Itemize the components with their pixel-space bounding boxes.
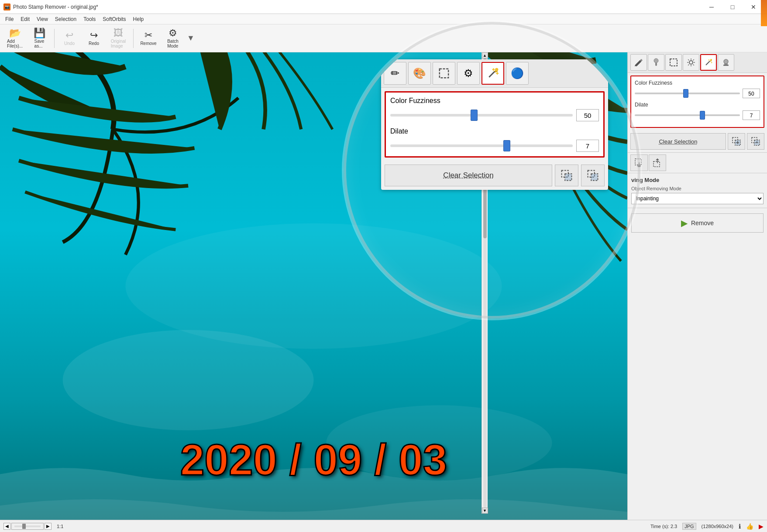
rect-select-icon <box>669 58 678 67</box>
color-fuzziness-thumb[interactable] <box>683 89 688 98</box>
menu-item-edit[interactable]: Edit <box>17 15 33 23</box>
svg-rect-17 <box>723 65 729 66</box>
remove-button[interactable]: ✂ Remove <box>137 27 160 50</box>
svg-rect-26 <box>653 161 660 167</box>
undo-label: Undo <box>64 41 75 46</box>
load-selection-button[interactable] <box>649 154 666 171</box>
canvas-image: 2020 / 09 / 03 ▲ ▼ <box>0 52 627 520</box>
rect-select-button[interactable] <box>665 54 682 71</box>
svg-rect-6 <box>670 59 677 66</box>
menu-item-selection[interactable]: Selection <box>52 15 80 23</box>
menu-item-view[interactable]: View <box>33 15 52 23</box>
menu-item-help[interactable]: Help <box>130 15 148 23</box>
color-fuzziness-track[interactable] <box>635 93 740 94</box>
add-files-label: AddFile(s)... <box>7 39 23 48</box>
vertical-scrollbar[interactable]: ▲ ▼ <box>482 52 488 514</box>
tool-icons-row <box>628 52 767 73</box>
stamp-icon <box>721 58 731 67</box>
menu-item-file[interactable]: File <box>2 15 17 23</box>
redo-button[interactable]: ↪ Redo <box>83 27 105 50</box>
subtract-selection-icon <box>751 137 760 146</box>
undo-button[interactable]: ↩ Undo <box>58 27 81 50</box>
color-fuzziness-value[interactable]: 50 <box>743 89 760 98</box>
object-removing-mode-label: Object Removing Mode <box>631 186 764 191</box>
format-label: JPG <box>682 523 696 530</box>
svg-point-3 <box>125 223 502 349</box>
redo-icon: ↪ <box>90 31 98 40</box>
add-files-icon: 📂 <box>9 28 21 38</box>
svg-point-15 <box>724 59 728 64</box>
info-icon[interactable]: ℹ <box>739 523 741 530</box>
batch-mode-button[interactable]: ⚙ BatchMode <box>162 27 184 50</box>
remove-icon: ✂ <box>144 31 152 40</box>
window-controls: ─ □ ✕ <box>702 0 764 14</box>
dilate-track[interactable] <box>635 114 740 116</box>
youtube-icon[interactable]: ▶ <box>759 523 764 530</box>
original-image-button[interactable]: 🖼 OriginalImage <box>107 27 130 50</box>
maximize-button[interactable]: □ <box>722 0 743 14</box>
vscroll-down-button[interactable]: ▼ <box>482 508 488 514</box>
zoom-out-button[interactable]: ◀ <box>3 523 10 530</box>
vscroll-up-button[interactable]: ▲ <box>482 52 488 58</box>
removing-mode-dropdown[interactable]: Inpainting Content-Aware Fill Clone Stam… <box>631 193 764 204</box>
removing-mode-title: ving Mode <box>631 177 764 183</box>
canvas-area[interactable]: 2020 / 09 / 03 ▲ ▼ ◀ ▶ <box>0 52 627 520</box>
time-label: Time (s): 2.3 <box>650 524 677 529</box>
color-fuzziness-label: Color Fuzziness <box>635 80 760 86</box>
add-selection-icon <box>732 137 741 146</box>
add-files-button[interactable]: 📂 AddFile(s)... <box>3 27 26 50</box>
remove-button-icon: ▶ <box>681 218 688 228</box>
dilate-thumb[interactable] <box>700 111 705 120</box>
save-as-label: Saveas... <box>34 39 45 48</box>
settings-icon <box>686 58 696 67</box>
original-image-icon: 🖼 <box>114 28 123 38</box>
minimize-button[interactable]: ─ <box>702 0 722 14</box>
clear-selection-button[interactable]: Clear Selection <box>630 133 726 150</box>
toolbar: 📂 AddFile(s)... 💾 Saveas... ↩ Undo ↪ Red… <box>0 24 767 52</box>
extra-tools-row <box>628 153 767 173</box>
svg-point-7 <box>689 61 693 64</box>
title-left: 📷 Photo Stamp Remover - original.jpg* <box>3 3 98 10</box>
magic-wand-button[interactable] <box>700 54 717 71</box>
vscroll-thumb[interactable] <box>483 58 487 238</box>
subtract-from-selection-button[interactable] <box>747 133 764 150</box>
zoom-in-button[interactable]: ▶ <box>45 523 52 530</box>
save-as-button[interactable]: 💾 Saveas... <box>28 27 51 50</box>
vscroll-track <box>483 58 487 508</box>
removing-mode-section: ving Mode Object Removing Mode Inpaintin… <box>628 173 767 208</box>
dropdown-row: Inpainting Content-Aware Fill Clone Stam… <box>631 193 764 204</box>
dimensions-label: (1280x960x24) <box>702 524 733 529</box>
pencil-tool-button[interactable] <box>630 54 647 71</box>
right-panel: Color Fuzziness 50 Dilate 7 Clear Select… <box>627 52 767 520</box>
fuzziness-panel: Color Fuzziness 50 Dilate 7 <box>630 76 764 128</box>
stamp-tool-button[interactable] <box>718 54 734 71</box>
svg-point-10 <box>710 59 712 61</box>
status-bar: ◀ ▶ 1:1 Time (s): 2.3 JPG (1280x960x24) … <box>0 520 767 532</box>
svg-point-4 <box>654 58 658 63</box>
svg-rect-5 <box>655 62 657 66</box>
pencil-icon <box>634 58 643 67</box>
add-to-selection-button[interactable] <box>728 133 745 150</box>
date-stamp: 2020 / 09 / 03 <box>180 435 447 485</box>
settings-tool-button[interactable] <box>683 54 699 71</box>
remove-label: Remove <box>140 41 156 46</box>
original-image-label: OriginalImage <box>111 39 126 48</box>
toolbar-more-button[interactable]: ▼ <box>187 34 195 43</box>
zoom-track <box>11 523 44 530</box>
batch-mode-icon: ⚙ <box>169 28 177 38</box>
dilate-value[interactable]: 7 <box>743 110 760 120</box>
menu-item-tools[interactable]: Tools <box>80 15 99 23</box>
save-as-icon: 💾 <box>34 28 45 38</box>
dilate-row: 7 <box>635 110 760 120</box>
zoom-nav: ◀ ▶ <box>3 523 52 530</box>
zoom-thumb[interactable] <box>22 524 26 529</box>
remove-button-area: ▶ Remove <box>628 208 767 238</box>
svg-rect-16 <box>724 63 728 65</box>
facebook-icon[interactable]: 👍 <box>746 523 753 530</box>
undo-icon: ↩ <box>65 31 73 40</box>
menu-item-softorbits[interactable]: SoftOrbits <box>99 15 129 23</box>
magic-wand-icon <box>704 58 713 67</box>
main-remove-button[interactable]: ▶ Remove <box>631 213 764 233</box>
brush-tool-button[interactable] <box>648 54 664 71</box>
save-selection-button[interactable] <box>630 154 648 171</box>
